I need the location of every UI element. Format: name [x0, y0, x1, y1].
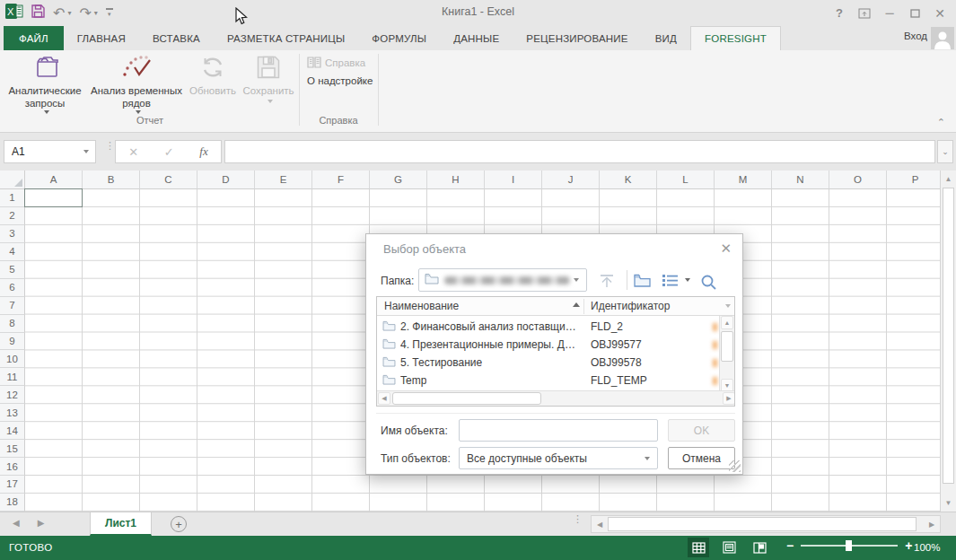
list-vertical-scrollbar[interactable]: ▲ ▼ — [719, 316, 734, 392]
row-header[interactable]: 7 — [0, 297, 25, 315]
prev-sheet-icon[interactable]: ◀ — [13, 518, 20, 528]
tabbar-splitter-icon[interactable]: ⋮ — [573, 517, 583, 521]
tab-page-layout[interactable]: РАЗМЕТКА СТРАНИЦЫ — [214, 26, 358, 50]
object-name-input[interactable] — [459, 419, 658, 442]
zoom-slider-thumb[interactable] — [846, 540, 852, 551]
list-item[interactable]: 5. Тестирование OBJ99578 — [377, 354, 719, 372]
list-vscroll-thumb[interactable] — [721, 331, 733, 362]
page-layout-view-icon[interactable] — [718, 538, 740, 557]
row-header[interactable]: 4 — [0, 243, 25, 261]
row-header[interactable]: 8 — [0, 315, 25, 333]
row-header[interactable]: 14 — [0, 422, 25, 440]
formula-input[interactable] — [224, 140, 935, 163]
normal-view-icon[interactable] — [688, 538, 709, 557]
column-header[interactable]: K — [600, 171, 657, 189]
expand-formula-bar-icon[interactable]: ⌄ — [937, 140, 953, 163]
header-options-caret-icon[interactable] — [725, 304, 731, 308]
column-header[interactable]: H — [427, 171, 485, 189]
vscroll-thumb[interactable] — [943, 188, 954, 484]
sign-in-link[interactable]: Вход — [904, 31, 927, 41]
column-header[interactable]: D — [197, 171, 255, 189]
list-scroll-right-icon[interactable]: ▶ — [723, 392, 735, 405]
row-header[interactable]: 18 — [0, 494, 25, 512]
column-header[interactable]: M — [715, 171, 772, 189]
list-view-icon[interactable] — [662, 274, 678, 286]
list-scroll-left-icon[interactable]: ◀ — [378, 392, 390, 405]
column-header[interactable]: C — [140, 171, 197, 189]
insert-function-icon[interactable]: fx — [199, 144, 207, 159]
zoom-out-icon[interactable]: − — [786, 539, 794, 552]
folder-combobox[interactable] — [418, 268, 587, 292]
zoom-level[interactable]: 100% — [914, 542, 940, 553]
up-one-level-icon[interactable] — [598, 274, 616, 289]
sort-ascending-icon[interactable] — [573, 302, 580, 307]
column-header[interactable]: N — [772, 171, 829, 189]
sheet-tab-list1[interactable]: Лист1 — [90, 512, 152, 536]
object-list[interactable]: Наименование Идентификатор 2. Финансовый… — [376, 296, 735, 407]
add-sheet-icon[interactable]: + — [171, 516, 187, 532]
list-item[interactable]: Temp FLD_TEMP — [377, 372, 719, 389]
zoom-in-icon[interactable]: + — [905, 539, 912, 552]
column-divider[interactable] — [583, 299, 584, 314]
row-header[interactable]: 10 — [0, 350, 25, 368]
name-box[interactable]: A1 — [4, 140, 96, 163]
column-header[interactable]: A — [25, 171, 83, 189]
tab-view[interactable]: ВИД — [642, 26, 690, 50]
row-header[interactable]: 13 — [0, 404, 25, 422]
row-header[interactable]: 11 — [0, 368, 25, 386]
list-view-caret-icon[interactable] — [682, 278, 690, 282]
tab-formulas[interactable]: ФОРМУЛЫ — [358, 26, 440, 50]
column-header-id[interactable]: Идентификатор — [591, 300, 670, 312]
hscroll-thumb[interactable] — [608, 517, 917, 531]
list-scroll-up-icon[interactable]: ▲ — [721, 316, 733, 329]
row-header[interactable]: 12 — [0, 386, 25, 404]
tab-review[interactable]: РЕЦЕНЗИРОВАНИЕ — [513, 26, 641, 50]
new-folder-icon[interactable] — [634, 274, 651, 287]
cancel-entry-icon[interactable]: ✕ — [128, 145, 138, 159]
object-type-select[interactable]: Все доступные объекты — [459, 447, 658, 469]
row-header[interactable]: 2 — [0, 207, 25, 225]
column-header[interactable]: P — [887, 171, 940, 189]
resize-grip[interactable] — [729, 460, 741, 472]
time-series-button[interactable]: Анализ временных рядов — [88, 52, 185, 114]
list-hscroll-thumb[interactable] — [392, 392, 541, 405]
refresh-button[interactable]: Обновить — [185, 52, 241, 97]
scroll-right-icon[interactable]: ▶ — [925, 516, 939, 532]
scroll-down-icon[interactable]: ▼ — [941, 495, 956, 511]
horizontal-scrollbar[interactable]: ◀ ▶ — [591, 515, 941, 533]
collapse-ribbon-icon[interactable]: ⌃ — [937, 117, 945, 128]
tab-foresight[interactable]: FORESIGHT — [690, 26, 781, 50]
close-icon[interactable]: ✕ — [927, 4, 952, 23]
row-header[interactable]: 5 — [0, 261, 25, 279]
list-item[interactable]: 2. Финансовый анализ поставщиков FLD_2 — [377, 318, 719, 336]
search-icon[interactable] — [700, 274, 717, 291]
vertical-scrollbar[interactable]: ▲ ▼ — [940, 171, 956, 512]
ribbon-display-options-icon[interactable] — [852, 4, 877, 23]
column-header[interactable]: F — [312, 171, 370, 189]
row-header[interactable]: 1 — [0, 189, 25, 207]
maximize-icon[interactable] — [902, 4, 927, 23]
avatar[interactable] — [931, 27, 954, 49]
tab-home[interactable]: ГЛАВНАЯ — [64, 26, 139, 50]
column-header[interactable]: I — [485, 171, 542, 189]
scroll-left-icon[interactable]: ◀ — [592, 516, 607, 532]
row-header[interactable]: 6 — [0, 279, 25, 297]
select-all-corner[interactable] — [0, 171, 25, 189]
next-sheet-icon[interactable]: ▶ — [38, 518, 45, 528]
column-header[interactable]: G — [370, 171, 427, 189]
cancel-button[interactable]: Отмена — [668, 447, 735, 469]
save-report-button[interactable]: Сохранить — [241, 52, 296, 103]
splitter-dots-icon[interactable]: ⋮ — [105, 144, 115, 148]
column-header[interactable]: J — [542, 171, 600, 189]
help-button[interactable]: Справка — [307, 56, 365, 70]
column-header[interactable]: B — [83, 171, 140, 189]
ok-button[interactable]: OK — [668, 419, 735, 442]
tab-data[interactable]: ДАННЫЕ — [440, 26, 513, 50]
page-break-view-icon[interactable] — [749, 538, 770, 557]
confirm-entry-icon[interactable]: ✓ — [164, 145, 174, 159]
about-addin-button[interactable]: О надстройке — [307, 75, 373, 86]
list-horizontal-scrollbar[interactable]: ◀ ▶ — [377, 390, 735, 406]
help-icon[interactable]: ? — [827, 4, 852, 23]
tab-insert[interactable]: ВСТАВКА — [139, 26, 214, 50]
scroll-up-icon[interactable]: ▲ — [941, 171, 956, 187]
